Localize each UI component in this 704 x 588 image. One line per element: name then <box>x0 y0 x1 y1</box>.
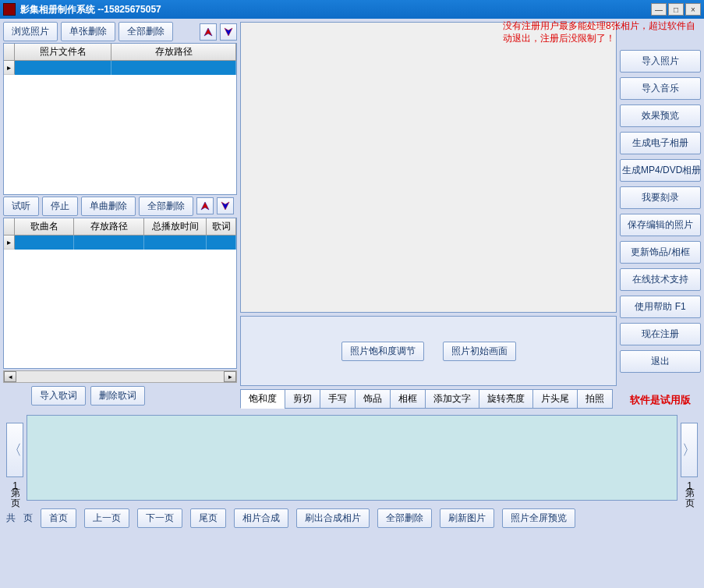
last-page-button[interactable]: 尾页 <box>190 508 226 528</box>
row-marker-header <box>4 218 15 235</box>
import-music-button[interactable]: 导入音乐 <box>620 77 701 100</box>
page-nav-right: 〉 第1页 <box>681 423 698 493</box>
stop-button[interactable]: 停止 <box>42 197 78 216</box>
page-right-label: 第1页 <box>681 479 698 493</box>
photo-table-body[interactable]: ▸ <box>4 61 236 194</box>
effect-preview-button[interactable]: 效果预览 <box>620 104 701 127</box>
row-indicator: ▸ <box>4 236 15 250</box>
import-lyrics-button[interactable]: 导入歌词 <box>31 386 86 406</box>
tab-head-tail[interactable]: 片头尾 <box>532 389 578 409</box>
browse-photo-button[interactable]: 浏览照片 <box>3 22 58 41</box>
burn-disc-button[interactable]: 我要刻录 <box>620 186 701 209</box>
titlebar: 影集相册制作系统 --15825675057 — □ × <box>0 0 704 19</box>
window-title: 影集相册制作系统 --15825675057 <box>20 3 651 16</box>
scroll-left-button[interactable]: ◂ <box>4 371 16 382</box>
register-button[interactable]: 现在注册 <box>620 323 701 345</box>
music-name-header[interactable]: 歌曲名 <box>15 218 74 235</box>
main-area: 浏览照片 单张删除 全部删除 照片文件名 存放路径 ▸ <box>0 19 704 412</box>
initial-frame-button[interactable]: 照片初始画面 <box>443 342 516 361</box>
adjust-panel: 照片饱和度调节 照片初始画面 <box>240 316 617 386</box>
next-page-button[interactable]: 下一页 <box>137 508 182 528</box>
right-sidebar: 导入照片 导入音乐 效果预览 生成电子相册 生成MP4/DVD相册 我要刻录 保… <box>620 22 701 409</box>
close-button[interactable]: × <box>685 3 701 16</box>
help-button[interactable]: 使用帮助 F1 <box>620 296 701 318</box>
music-table-body[interactable]: ▸ <box>4 236 236 369</box>
delete-all-bottom-button[interactable]: 全部删除 <box>377 508 432 528</box>
music-table-header: 歌曲名 存放路径 总播放时间 歌词 <box>4 218 236 236</box>
music-toolbar: 试听 停止 单曲删除 全部删除 <box>3 197 237 216</box>
music-move-up-button[interactable] <box>196 197 214 214</box>
arrow-up-icon <box>203 27 213 37</box>
table-row[interactable] <box>15 61 236 75</box>
saturation-adjust-button[interactable]: 照片饱和度调节 <box>341 342 424 361</box>
left-column: 浏览照片 单张删除 全部删除 照片文件名 存放路径 ▸ <box>3 22 237 409</box>
music-path-header[interactable]: 存放路径 <box>74 218 144 235</box>
photo-path-header[interactable]: 存放路径 <box>111 44 236 60</box>
horizontal-scrollbar[interactable]: ◂ ▸ <box>3 370 237 383</box>
photo-move-up-button[interactable] <box>200 23 217 41</box>
exit-button[interactable]: 退出 <box>620 350 701 373</box>
trial-notice: 没有注册用户最多能处理8张相片，超过软件自动退出，注册后没限制了！ <box>503 20 698 44</box>
minimize-button[interactable]: — <box>651 3 667 16</box>
photo-table[interactable]: 照片文件名 存放路径 ▸ <box>3 43 237 195</box>
page-label: 页 <box>23 512 33 525</box>
photo-table-header: 照片文件名 存放路径 <box>4 44 236 61</box>
prev-page-button[interactable]: 上一页 <box>84 508 129 528</box>
flush-compose-button[interactable]: 刷出合成相片 <box>296 508 370 528</box>
delete-lyrics-button[interactable]: 删除歌词 <box>90 386 145 406</box>
filmstrip-section: 〈 第1页 〉 第1页 <box>0 412 704 504</box>
scroll-right-button[interactable]: ▸ <box>224 371 236 382</box>
bottom-toolbar: 共 页 首页 上一页 下一页 尾页 相片合成 刷出合成相片 全部删除 刷新图片 … <box>0 504 704 533</box>
page-nav-left: 〈 第1页 <box>6 423 23 493</box>
maximize-button[interactable]: □ <box>668 3 684 16</box>
thumbnail-strip[interactable] <box>27 415 677 501</box>
arrow-down-icon <box>224 27 233 37</box>
tab-crop[interactable]: 剪切 <box>285 389 320 409</box>
trial-label: 软件是试用版 <box>620 393 701 407</box>
music-move-down-button[interactable] <box>217 197 234 214</box>
fullscreen-preview-button[interactable]: 照片全屏预览 <box>502 508 575 528</box>
tab-text[interactable]: 添加文字 <box>425 389 479 409</box>
tab-rotate-bright[interactable]: 旋转亮度 <box>479 389 533 409</box>
delete-single-music-button[interactable]: 单曲删除 <box>81 197 136 216</box>
filmstrip-row: 〈 第1页 〉 第1页 <box>6 415 698 501</box>
delete-all-music-button[interactable]: 全部删除 <box>139 197 193 216</box>
prev-page-arrow[interactable]: 〈 <box>6 423 23 477</box>
import-photo-button[interactable]: 导入照片 <box>620 50 701 73</box>
row-indicator: ▸ <box>4 61 15 75</box>
total-label: 共 <box>6 512 16 525</box>
update-decor-frame-button[interactable]: 更新饰品/相框 <box>620 241 701 264</box>
listen-button[interactable]: 试听 <box>3 197 39 216</box>
delete-all-photo-button[interactable]: 全部删除 <box>119 22 173 41</box>
tab-saturation[interactable]: 饱和度 <box>240 389 285 409</box>
generate-mp4-dvd-button[interactable]: 生成MP4/DVD相册 <box>620 159 701 182</box>
lyrics-toolbar: 导入歌词 删除歌词 <box>3 384 237 409</box>
next-page-arrow[interactable]: 〉 <box>681 423 698 477</box>
preview-canvas[interactable] <box>240 22 617 313</box>
music-lyric-header[interactable]: 歌词 <box>207 218 236 235</box>
delete-single-photo-button[interactable]: 单张删除 <box>61 22 115 41</box>
window-controls: — □ × <box>651 3 701 16</box>
music-table[interactable]: 歌曲名 存放路径 总播放时间 歌词 ▸ <box>3 218 237 370</box>
online-support-button[interactable]: 在线技术支持 <box>620 268 701 291</box>
photo-move-down-button[interactable] <box>220 23 237 41</box>
tab-frame[interactable]: 相框 <box>390 389 426 409</box>
photo-filename-header[interactable]: 照片文件名 <box>15 44 111 60</box>
music-duration-header[interactable]: 总播放时间 <box>144 218 207 235</box>
arrow-up-icon <box>200 201 210 211</box>
tab-handwrite[interactable]: 手写 <box>320 389 356 409</box>
save-edited-photo-button[interactable]: 保存编辑的照片 <box>620 214 701 236</box>
editor-tabs: 饱和度 剪切 手写 饰品 相框 添加文字 旋转亮度 片头尾 拍照 <box>240 389 617 409</box>
page-left-label: 第1页 <box>7 479 23 493</box>
table-row[interactable] <box>15 236 236 250</box>
arrow-down-icon <box>221 201 230 211</box>
first-page-button[interactable]: 首页 <box>41 508 76 528</box>
refresh-image-button[interactable]: 刷新图片 <box>440 508 494 528</box>
center-column: 照片饱和度调节 照片初始画面 饱和度 剪切 手写 饰品 相框 添加文字 旋转亮度… <box>240 22 617 409</box>
compose-button[interactable]: 相片合成 <box>234 508 288 528</box>
tab-decor[interactable]: 饰品 <box>355 389 391 409</box>
app-icon <box>3 3 16 16</box>
tab-capture[interactable]: 拍照 <box>577 389 613 409</box>
photo-toolbar: 浏览照片 单张删除 全部删除 <box>3 22 237 41</box>
generate-album-button[interactable]: 生成电子相册 <box>620 132 701 154</box>
